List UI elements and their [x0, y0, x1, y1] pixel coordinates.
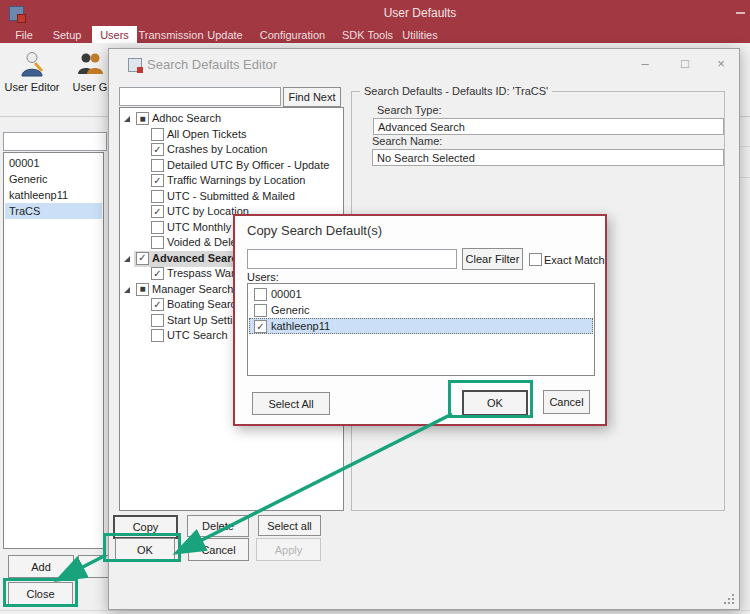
checkbox[interactable]	[151, 314, 164, 327]
select-all-button[interactable]: Select all	[258, 515, 321, 536]
user-editor-button[interactable]: User Editor	[2, 50, 62, 93]
menu-configuration[interactable]: Configuration	[245, 26, 340, 43]
checkbox[interactable]: ■	[136, 283, 149, 296]
user-list-item[interactable]: Generic	[5, 171, 102, 187]
highlight-editor-ok	[103, 533, 181, 562]
group-title: Search Defaults - Defaults ID: 'TraCS'	[360, 85, 552, 97]
tree-item-label: Advanced Search	[152, 252, 244, 264]
menu-setup[interactable]: Setup	[42, 26, 92, 43]
checkbox[interactable]: ✓	[151, 267, 164, 280]
user-editor-icon	[19, 67, 45, 79]
copy-users-listbox[interactable]: 00001 Generic ✓ kathleenp11	[247, 283, 595, 376]
find-next-button[interactable]: Find Next	[283, 87, 341, 107]
tree-item-label: Detailed UTC By Officer - Update	[167, 159, 329, 171]
exact-match-label: Exact Match	[544, 254, 605, 266]
add-button[interactable]: Add	[8, 555, 74, 578]
tree-item-label: Boating Search	[167, 298, 242, 310]
checkbox[interactable]	[151, 190, 164, 203]
copy-user-row[interactable]: Generic	[249, 302, 593, 318]
search-name-value: No Search Selected	[372, 149, 724, 166]
menu-update[interactable]: Update	[205, 26, 245, 43]
tree-item[interactable]: UTC - Submitted & Mailed	[121, 189, 342, 205]
search-name-label: Search Name:	[372, 135, 442, 147]
apply-button[interactable]: Apply	[256, 538, 321, 561]
exact-match-checkbox[interactable]	[529, 253, 542, 266]
user-filter-input[interactable]	[3, 132, 107, 151]
tree-item-label: Manager Search	[152, 283, 233, 295]
tree-item[interactable]: ✓ Crashes by Location	[121, 142, 342, 158]
tree-item-label: Adhoc Search	[152, 112, 221, 124]
main-window-title: User Defaults	[45, 6, 750, 20]
menu-sdk-tools[interactable]: SDK Tools	[340, 26, 395, 43]
minimize-icon[interactable]: –	[625, 49, 665, 77]
checkbox[interactable]	[151, 236, 164, 249]
app-icon	[9, 6, 24, 21]
checkbox[interactable]	[151, 128, 164, 141]
highlight-copy-ok	[448, 380, 533, 418]
copy-select-all-button[interactable]: Select All	[252, 392, 330, 415]
checkbox[interactable]: ✓	[136, 252, 149, 265]
tree-item-label: Crashes by Location	[167, 143, 267, 155]
checkbox[interactable]: ✓	[151, 143, 164, 156]
right-panel-line	[739, 146, 750, 147]
menu-utilities[interactable]: Utilities	[395, 26, 445, 43]
copy-user-label: kathleenp11	[271, 320, 330, 332]
copy-user-label: Generic	[271, 304, 310, 316]
checkbox[interactable]: ✓	[151, 174, 164, 187]
expander-icon[interactable]	[124, 287, 130, 293]
tree-search-input[interactable]	[119, 87, 281, 106]
right-panel-line	[739, 177, 750, 178]
tree-item[interactable]: Detailed UTC By Officer - Update	[121, 158, 342, 174]
tree-item[interactable]: All Open Tickets	[121, 127, 342, 143]
checkbox[interactable]	[254, 304, 267, 317]
tree-item-label: All Open Tickets	[167, 128, 246, 140]
checkbox[interactable]: ✓	[151, 205, 164, 218]
tree-item-label: UTC - Submitted & Mailed	[167, 190, 295, 202]
checkbox[interactable]	[151, 329, 164, 342]
highlight-close	[3, 578, 78, 607]
user-listbox[interactable]: 00001 Generic kathleenp11 TraCS	[3, 152, 104, 549]
copy-user-row-selected[interactable]: ✓ kathleenp11	[249, 318, 593, 334]
dialog-icon	[128, 58, 142, 72]
delete-button[interactable]: Delete	[187, 515, 249, 537]
tree-item-label: Traffic Warnings by Location	[167, 174, 305, 186]
checkbox[interactable]: ✓	[254, 320, 267, 333]
copy-user-label: 00001	[271, 288, 302, 300]
user-list-item[interactable]: kathleenp11	[5, 187, 102, 203]
checkbox[interactable]: ■	[136, 112, 149, 125]
search-type-value: Advanced Search	[373, 118, 724, 135]
user-list-item-selected[interactable]: TraCS	[5, 203, 102, 219]
clear-filter-button[interactable]: Clear Filter	[462, 248, 523, 270]
maximize-icon[interactable]: □	[665, 49, 705, 77]
main-titlebar: User Defaults	[0, 0, 750, 26]
tree-item[interactable]: ✓ Traffic Warnings by Location	[121, 173, 342, 189]
checkbox[interactable]	[254, 288, 267, 301]
search-type-label: Search Type:	[377, 104, 442, 116]
expander-icon[interactable]	[124, 256, 130, 262]
tree-item-label: UTC Search	[167, 329, 228, 341]
copy-cancel-button[interactable]: Cancel	[543, 390, 590, 414]
checkbox[interactable]	[151, 159, 164, 172]
menu-transmission[interactable]: Transmission	[137, 26, 205, 43]
menu-users[interactable]: Users	[92, 26, 137, 43]
tree-item[interactable]: ■ Adhoc Search	[121, 111, 342, 127]
users-label: Users:	[247, 271, 279, 283]
resize-grip[interactable]	[732, 602, 734, 604]
menu-bar: File Setup Users Transmission Update Con…	[0, 26, 750, 43]
screen: User Defaults File Setup Users Transmiss…	[0, 0, 750, 614]
copy-filter-input[interactable]	[247, 249, 457, 269]
window-bottom-edge	[0, 610, 750, 611]
expander-icon[interactable]	[124, 116, 130, 122]
cancel-button[interactable]: Cancel	[188, 538, 249, 561]
dialog-title: Search Defaults Editor	[147, 57, 277, 72]
minimize-icon[interactable]	[736, 12, 745, 14]
menu-file[interactable]: File	[6, 26, 42, 43]
user-list-item[interactable]: 00001	[5, 155, 102, 171]
copy-user-row[interactable]: 00001	[249, 286, 593, 302]
copy-search-defaults-dialog: Copy Search Default(s) Clear Filter Exac…	[233, 214, 607, 426]
user-editor-label: User Editor	[2, 81, 62, 93]
close-icon[interactable]: ×	[703, 49, 739, 77]
checkbox[interactable]	[151, 221, 164, 234]
user-groups-icon	[77, 67, 103, 79]
checkbox[interactable]: ✓	[151, 298, 164, 311]
